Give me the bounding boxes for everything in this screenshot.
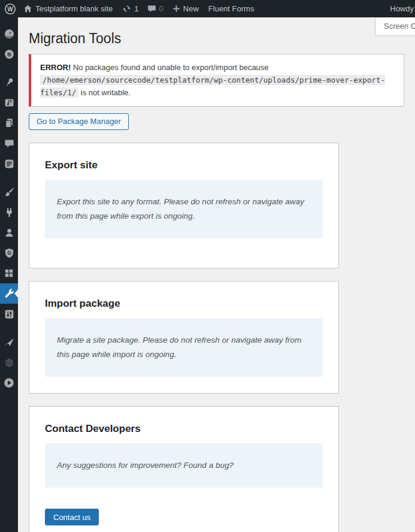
export-site-title: Export site — [45, 159, 323, 171]
svg-text:</>: </> — [6, 361, 13, 364]
svg-text:G: G — [7, 250, 11, 256]
comment-count: 0 — [159, 4, 163, 13]
site-name: Testplatform blank site — [35, 4, 113, 13]
sidebar-item-tools-active[interactable] — [0, 283, 18, 304]
comments-menu[interactable]: 0 — [147, 4, 163, 13]
dashboard-icon — [4, 29, 14, 39]
update-icon — [122, 4, 131, 13]
howdy-account-menu[interactable]: Howdy — [390, 4, 414, 13]
import-package-description: Migrate a site package. Please do not re… — [45, 318, 323, 377]
sidebar-separator — [0, 174, 18, 182]
contact-developers-description: Any suggestions for improvement? Found a… — [45, 443, 323, 488]
new-label: New — [183, 4, 199, 13]
import-package-title: Import package — [45, 298, 323, 310]
svg-text:W: W — [7, 5, 13, 12]
import-package-card: Import package Migrate a site package. P… — [29, 281, 339, 394]
package-manager-button-row: Go to Package Manager — [29, 113, 404, 130]
tools-wrench-icon — [4, 289, 14, 299]
sidebar-item-comments[interactable] — [0, 133, 18, 153]
updates-menu[interactable]: 1 — [122, 4, 138, 13]
update-count: 1 — [134, 4, 138, 13]
sidebar-separator — [0, 64, 18, 72]
appearance-brush-icon — [4, 187, 14, 197]
error-notice: ERROR! No packages found and unable to e… — [29, 54, 404, 107]
media-icon — [4, 98, 14, 108]
plugin-b-icon: B — [4, 49, 14, 59]
sidebar-item-plugin-b[interactable]: B — [0, 44, 18, 64]
comments-icon — [4, 138, 14, 149]
error-text-after: is not writable. — [81, 88, 131, 97]
sidebar-item-shield-g[interactable]: G — [0, 243, 18, 263]
sidebar-item-settings[interactable] — [0, 304, 18, 324]
home-icon — [23, 4, 32, 13]
sidebar-item-plugins[interactable] — [0, 202, 18, 222]
main-content: Migration Tools ERROR! No packages found… — [18, 17, 415, 532]
contact-developers-title: Contact Developers — [45, 423, 323, 435]
plus-icon — [172, 5, 180, 13]
jet-plugin-icon — [4, 337, 14, 347]
users-icon — [4, 228, 14, 238]
site-menu[interactable]: Testplatform blank site — [23, 4, 113, 13]
sidebar-separator — [0, 324, 18, 332]
sidebar-item-posts[interactable] — [0, 72, 18, 92]
sidebar-item-pages[interactable] — [0, 113, 18, 133]
page-title: Migration Tools — [29, 30, 404, 47]
grid-plugin-icon — [4, 268, 14, 278]
error-prefix: ERROR! — [40, 63, 71, 72]
sidebar-item-code-plugin[interactable]: </> — [0, 352, 18, 373]
sidebar-item-jet-plugin[interactable] — [0, 332, 18, 352]
sidebar-item-grid-plugin[interactable] — [0, 263, 18, 283]
contact-us-button[interactable]: Contact us — [45, 509, 99, 525]
svg-text:B: B — [7, 51, 11, 57]
plugins-plug-icon — [4, 207, 14, 217]
fluent-forms-menu[interactable]: Fluent Forms — [208, 4, 255, 13]
screen-options-button[interactable]: Screen Options — [375, 17, 415, 36]
sidebar-item-media[interactable] — [0, 92, 18, 113]
sidebar-item-users[interactable] — [0, 222, 18, 243]
fluent-forms-label: Fluent Forms — [208, 4, 255, 13]
error-text-before: No packages found and unable to export/i… — [73, 63, 269, 72]
admin-bar: W Testplatform blank site 1 0 New Fluent… — [0, 0, 415, 17]
new-content-menu[interactable]: New — [172, 4, 199, 13]
admin-sidebar-collapsed: B G </> — [0, 17, 18, 532]
wordpress-logo-icon[interactable]: W — [4, 3, 16, 15]
comment-bubble-icon — [147, 4, 156, 13]
sidebar-item-dashboard[interactable] — [0, 23, 18, 44]
sidebar-item-collapse-menu[interactable] — [0, 373, 18, 393]
sidebar-item-appearance[interactable] — [0, 182, 18, 202]
contact-developers-card: Contact Developers Any suggestions for i… — [29, 406, 339, 532]
posts-pin-icon — [4, 77, 14, 87]
pages-icon — [4, 118, 14, 128]
fluent-forms-icon — [4, 159, 14, 169]
shield-g-icon: G — [4, 248, 14, 258]
go-to-package-manager-button[interactable]: Go to Package Manager — [29, 113, 129, 130]
collapse-menu-icon — [4, 377, 14, 388]
code-plugin-icon: </> — [4, 358, 14, 368]
settings-sliders-icon — [4, 309, 14, 319]
sidebar-item-fluent-forms[interactable] — [0, 153, 18, 174]
export-site-card: Export site Export this site to any form… — [29, 143, 339, 268]
export-site-description: Export this site to any format. Please d… — [45, 180, 323, 239]
